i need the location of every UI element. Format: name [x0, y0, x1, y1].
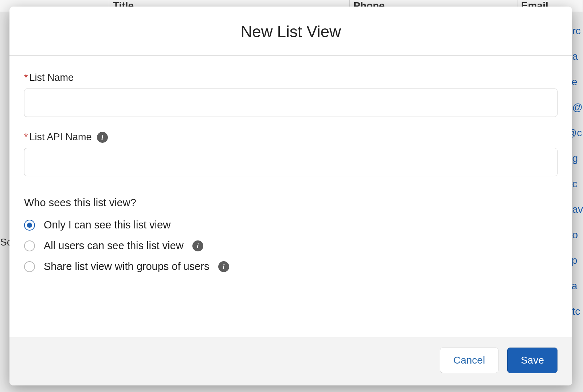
cancel-button[interactable]: Cancel	[440, 348, 498, 373]
modal-title: New List View	[17, 23, 565, 41]
visibility-option-all-users[interactable]: All users can see this list view i	[24, 240, 557, 252]
api-name-input[interactable]	[24, 148, 557, 176]
api-name-label: List API Name	[30, 132, 92, 142]
info-icon[interactable]: i	[192, 240, 203, 251]
modal-body: *List Name *List API Name i Who sees thi…	[9, 56, 572, 337]
api-name-label-row: *List API Name i	[24, 132, 557, 143]
list-name-label: List Name	[30, 72, 74, 83]
required-indicator: *	[24, 132, 28, 142]
save-button[interactable]: Save	[507, 348, 557, 373]
field-list-name: *List Name	[24, 72, 557, 117]
radio-only-me[interactable]	[24, 220, 35, 231]
new-list-view-modal: New List View *List Name *List API Name …	[9, 7, 572, 385]
visibility-option-only-me[interactable]: Only I can see this list view	[24, 219, 557, 231]
required-indicator: *	[24, 72, 28, 83]
info-icon[interactable]: i	[97, 132, 108, 143]
visibility-option-groups[interactable]: Share list view with groups of users i	[24, 260, 557, 273]
list-name-label-row: *List Name	[24, 72, 557, 83]
radio-all-users[interactable]	[24, 240, 35, 251]
modal-header: New List View	[9, 7, 572, 56]
visibility-heading: Who sees this list view?	[24, 197, 557, 209]
radio-groups[interactable]	[24, 261, 35, 272]
radio-only-me-label: Only I can see this list view	[44, 219, 171, 231]
radio-groups-label: Share list view with groups of users	[44, 260, 210, 273]
list-name-input[interactable]	[24, 89, 557, 117]
modal-footer: Cancel Save	[9, 337, 572, 385]
info-icon[interactable]: i	[218, 261, 229, 272]
field-api-name: *List API Name i	[24, 132, 557, 176]
radio-all-users-label: All users can see this list view	[44, 240, 184, 252]
